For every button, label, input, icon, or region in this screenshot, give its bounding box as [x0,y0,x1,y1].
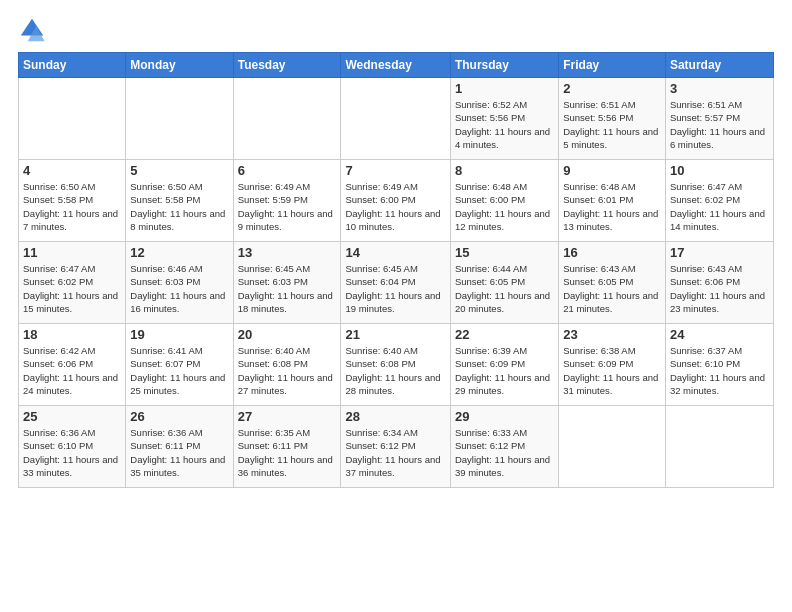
day-info: Sunrise: 6:38 AMSunset: 6:09 PMDaylight:… [563,344,661,397]
calendar-cell: 27Sunrise: 6:35 AMSunset: 6:11 PMDayligh… [233,406,341,488]
day-info: Sunrise: 6:47 AMSunset: 6:02 PMDaylight:… [23,262,121,315]
weekday-header-friday: Friday [559,53,666,78]
day-number: 20 [238,327,337,342]
day-info: Sunrise: 6:45 AMSunset: 6:04 PMDaylight:… [345,262,445,315]
calendar-cell: 4Sunrise: 6:50 AMSunset: 5:58 PMDaylight… [19,160,126,242]
day-info: Sunrise: 6:39 AMSunset: 6:09 PMDaylight:… [455,344,554,397]
day-number: 25 [23,409,121,424]
day-info: Sunrise: 6:44 AMSunset: 6:05 PMDaylight:… [455,262,554,315]
weekday-header-thursday: Thursday [450,53,558,78]
calendar-cell: 22Sunrise: 6:39 AMSunset: 6:09 PMDayligh… [450,324,558,406]
calendar-cell: 28Sunrise: 6:34 AMSunset: 6:12 PMDayligh… [341,406,450,488]
day-info: Sunrise: 6:47 AMSunset: 6:02 PMDaylight:… [670,180,769,233]
calendar-cell: 13Sunrise: 6:45 AMSunset: 6:03 PMDayligh… [233,242,341,324]
calendar-cell: 21Sunrise: 6:40 AMSunset: 6:08 PMDayligh… [341,324,450,406]
day-info: Sunrise: 6:48 AMSunset: 6:01 PMDaylight:… [563,180,661,233]
day-info: Sunrise: 6:37 AMSunset: 6:10 PMDaylight:… [670,344,769,397]
day-number: 19 [130,327,228,342]
day-number: 15 [455,245,554,260]
day-number: 1 [455,81,554,96]
day-info: Sunrise: 6:51 AMSunset: 5:56 PMDaylight:… [563,98,661,151]
weekday-header-saturday: Saturday [665,53,773,78]
day-info: Sunrise: 6:45 AMSunset: 6:03 PMDaylight:… [238,262,337,315]
calendar-cell: 5Sunrise: 6:50 AMSunset: 5:58 PMDaylight… [126,160,233,242]
day-info: Sunrise: 6:43 AMSunset: 6:06 PMDaylight:… [670,262,769,315]
calendar-cell: 6Sunrise: 6:49 AMSunset: 5:59 PMDaylight… [233,160,341,242]
day-info: Sunrise: 6:43 AMSunset: 6:05 PMDaylight:… [563,262,661,315]
calendar-cell: 20Sunrise: 6:40 AMSunset: 6:08 PMDayligh… [233,324,341,406]
day-info: Sunrise: 6:49 AMSunset: 6:00 PMDaylight:… [345,180,445,233]
day-number: 12 [130,245,228,260]
header [18,16,774,44]
calendar-cell [19,78,126,160]
day-number: 18 [23,327,121,342]
calendar-cell: 3Sunrise: 6:51 AMSunset: 5:57 PMDaylight… [665,78,773,160]
day-info: Sunrise: 6:36 AMSunset: 6:10 PMDaylight:… [23,426,121,479]
calendar-cell [559,406,666,488]
calendar-cell [341,78,450,160]
calendar-week-3: 11Sunrise: 6:47 AMSunset: 6:02 PMDayligh… [19,242,774,324]
day-number: 28 [345,409,445,424]
calendar-cell: 8Sunrise: 6:48 AMSunset: 6:00 PMDaylight… [450,160,558,242]
day-info: Sunrise: 6:46 AMSunset: 6:03 PMDaylight:… [130,262,228,315]
day-info: Sunrise: 6:33 AMSunset: 6:12 PMDaylight:… [455,426,554,479]
calendar-cell: 16Sunrise: 6:43 AMSunset: 6:05 PMDayligh… [559,242,666,324]
calendar-cell: 12Sunrise: 6:46 AMSunset: 6:03 PMDayligh… [126,242,233,324]
day-info: Sunrise: 6:40 AMSunset: 6:08 PMDaylight:… [345,344,445,397]
weekday-header-row: SundayMondayTuesdayWednesdayThursdayFrid… [19,53,774,78]
day-number: 10 [670,163,769,178]
logo [18,16,50,44]
calendar-cell: 24Sunrise: 6:37 AMSunset: 6:10 PMDayligh… [665,324,773,406]
calendar-week-1: 1Sunrise: 6:52 AMSunset: 5:56 PMDaylight… [19,78,774,160]
calendar-cell: 10Sunrise: 6:47 AMSunset: 6:02 PMDayligh… [665,160,773,242]
day-number: 8 [455,163,554,178]
day-info: Sunrise: 6:36 AMSunset: 6:11 PMDaylight:… [130,426,228,479]
day-info: Sunrise: 6:34 AMSunset: 6:12 PMDaylight:… [345,426,445,479]
day-number: 27 [238,409,337,424]
day-info: Sunrise: 6:41 AMSunset: 6:07 PMDaylight:… [130,344,228,397]
weekday-header-tuesday: Tuesday [233,53,341,78]
calendar-cell: 18Sunrise: 6:42 AMSunset: 6:06 PMDayligh… [19,324,126,406]
calendar-cell [126,78,233,160]
day-info: Sunrise: 6:48 AMSunset: 6:00 PMDaylight:… [455,180,554,233]
page: SundayMondayTuesdayWednesdayThursdayFrid… [0,0,792,612]
calendar-cell: 2Sunrise: 6:51 AMSunset: 5:56 PMDaylight… [559,78,666,160]
calendar-cell [233,78,341,160]
calendar-cell: 17Sunrise: 6:43 AMSunset: 6:06 PMDayligh… [665,242,773,324]
day-info: Sunrise: 6:42 AMSunset: 6:06 PMDaylight:… [23,344,121,397]
calendar-week-4: 18Sunrise: 6:42 AMSunset: 6:06 PMDayligh… [19,324,774,406]
calendar-cell: 26Sunrise: 6:36 AMSunset: 6:11 PMDayligh… [126,406,233,488]
calendar-cell: 29Sunrise: 6:33 AMSunset: 6:12 PMDayligh… [450,406,558,488]
day-info: Sunrise: 6:50 AMSunset: 5:58 PMDaylight:… [23,180,121,233]
calendar-cell: 7Sunrise: 6:49 AMSunset: 6:00 PMDaylight… [341,160,450,242]
day-number: 6 [238,163,337,178]
calendar-cell [665,406,773,488]
day-number: 29 [455,409,554,424]
day-info: Sunrise: 6:35 AMSunset: 6:11 PMDaylight:… [238,426,337,479]
day-number: 23 [563,327,661,342]
calendar-week-5: 25Sunrise: 6:36 AMSunset: 6:10 PMDayligh… [19,406,774,488]
day-info: Sunrise: 6:52 AMSunset: 5:56 PMDaylight:… [455,98,554,151]
day-info: Sunrise: 6:40 AMSunset: 6:08 PMDaylight:… [238,344,337,397]
calendar-cell: 23Sunrise: 6:38 AMSunset: 6:09 PMDayligh… [559,324,666,406]
calendar-cell: 11Sunrise: 6:47 AMSunset: 6:02 PMDayligh… [19,242,126,324]
weekday-header-wednesday: Wednesday [341,53,450,78]
calendar-table: SundayMondayTuesdayWednesdayThursdayFrid… [18,52,774,488]
calendar-week-2: 4Sunrise: 6:50 AMSunset: 5:58 PMDaylight… [19,160,774,242]
day-info: Sunrise: 6:50 AMSunset: 5:58 PMDaylight:… [130,180,228,233]
calendar-cell: 15Sunrise: 6:44 AMSunset: 6:05 PMDayligh… [450,242,558,324]
calendar-cell: 1Sunrise: 6:52 AMSunset: 5:56 PMDaylight… [450,78,558,160]
calendar-cell: 14Sunrise: 6:45 AMSunset: 6:04 PMDayligh… [341,242,450,324]
day-number: 16 [563,245,661,260]
calendar-cell: 25Sunrise: 6:36 AMSunset: 6:10 PMDayligh… [19,406,126,488]
day-number: 13 [238,245,337,260]
day-number: 24 [670,327,769,342]
day-number: 22 [455,327,554,342]
day-number: 21 [345,327,445,342]
day-number: 14 [345,245,445,260]
day-number: 2 [563,81,661,96]
day-number: 7 [345,163,445,178]
day-info: Sunrise: 6:51 AMSunset: 5:57 PMDaylight:… [670,98,769,151]
weekday-header-sunday: Sunday [19,53,126,78]
day-number: 17 [670,245,769,260]
